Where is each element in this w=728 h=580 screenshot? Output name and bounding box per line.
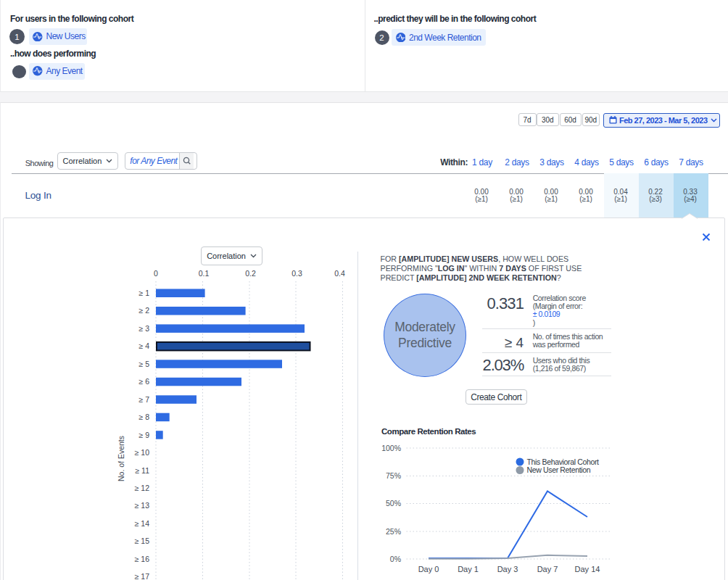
- svg-text:Day 7: Day 7: [537, 565, 558, 573]
- svg-text:Day 14: Day 14: [575, 565, 600, 573]
- svg-text:≥ 4: ≥ 4: [138, 341, 149, 350]
- svg-text:≥ 16: ≥ 16: [135, 555, 150, 563]
- svg-text:0.2: 0.2: [245, 269, 256, 278]
- svg-text:≥ 9: ≥ 9: [138, 431, 149, 439]
- svg-text:100%: 100%: [381, 444, 401, 452]
- svg-text:This Behavioral Cohort: This Behavioral Cohort: [527, 457, 600, 466]
- svg-text:≥ 15: ≥ 15: [135, 536, 150, 545]
- svg-text:Day 0: Day 0: [418, 565, 439, 573]
- svg-text:≥ 6: ≥ 6: [138, 377, 149, 386]
- svg-text:≥ 8: ≥ 8: [138, 413, 149, 421]
- svg-text:0: 0: [154, 269, 158, 278]
- svg-text:≥ 2: ≥ 2: [138, 306, 149, 315]
- svg-text:≥ 3: ≥ 3: [138, 324, 149, 333]
- svg-text:New User Retention: New User Retention: [527, 465, 591, 474]
- svg-text:Day 1: Day 1: [458, 565, 479, 573]
- svg-text:≥ 1: ≥ 1: [138, 289, 149, 297]
- svg-text:0.1: 0.1: [199, 269, 210, 278]
- svg-text:0.4: 0.4: [334, 269, 345, 278]
- svg-text:75%: 75%: [386, 471, 401, 480]
- svg-text:≥ 5: ≥ 5: [138, 360, 149, 368]
- svg-text:Day 3: Day 3: [497, 565, 518, 573]
- svg-text:25%: 25%: [386, 527, 401, 536]
- svg-text:0.3: 0.3: [291, 269, 302, 278]
- svg-text:50%: 50%: [386, 499, 401, 508]
- svg-text:≥ 17: ≥ 17: [135, 572, 150, 580]
- svg-text:≥ 14: ≥ 14: [135, 519, 150, 528]
- svg-text:≥ 11: ≥ 11: [135, 466, 149, 475]
- svg-text:≥ 13: ≥ 13: [135, 501, 150, 510]
- svg-text:0%: 0%: [390, 555, 401, 563]
- svg-text:≥ 10: ≥ 10: [135, 448, 150, 457]
- svg-text:≥ 12: ≥ 12: [135, 484, 150, 492]
- svg-text:≥ 7: ≥ 7: [138, 395, 149, 404]
- svg-text:No. of Events: No. of Events: [117, 436, 125, 481]
